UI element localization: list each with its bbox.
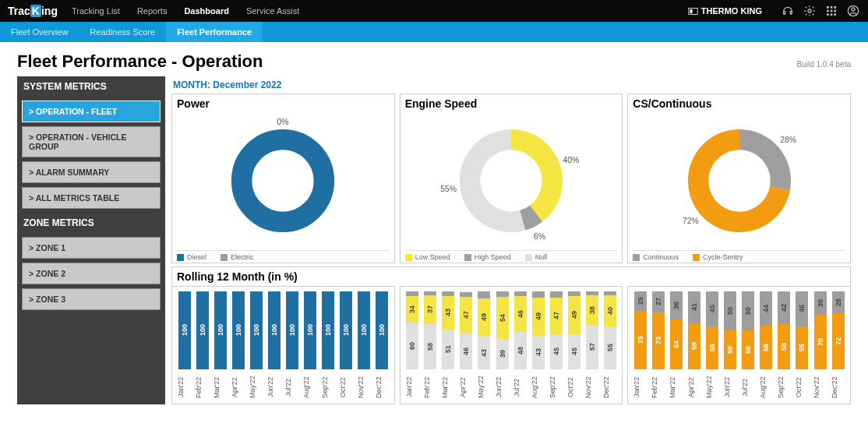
svg-rect-8 (834, 10, 836, 12)
user-icon[interactable] (846, 4, 860, 18)
donut-card-0: Power0%DieselElectric (171, 94, 395, 263)
bar-segment: 72 (832, 313, 845, 369)
svg-text:0%: 0% (277, 118, 289, 126)
sidebar-system-item-1[interactable]: > OPERATION - VEHICLE GROUP (22, 126, 161, 157)
x-label: Feb'22 (423, 372, 438, 402)
bar-segment: 46 (460, 333, 472, 369)
bar-segment: 46 (514, 296, 527, 332)
sidebar-zone-item-2[interactable]: > ZONE 3 (22, 288, 161, 310)
bar-segment (478, 291, 490, 298)
topnav-item-dashboard[interactable]: Dashboard (184, 6, 228, 16)
sidebar-zone-item-0[interactable]: > ZONE 1 (22, 237, 161, 259)
svg-rect-1 (690, 9, 692, 13)
month-label: MONTH: December 2022 (171, 76, 851, 94)
svg-rect-9 (827, 13, 829, 16)
app-logo: TracKing (8, 5, 58, 17)
bar-stack: 100 (358, 291, 370, 369)
bar-segment: 36 (670, 291, 683, 319)
x-label: Apr'22 (459, 372, 474, 402)
x-label: Jan'22 (177, 372, 192, 402)
bar-stack: 4258 (778, 291, 790, 369)
legend-item: Continuous (633, 253, 679, 261)
svg-rect-7 (831, 10, 833, 12)
svg-rect-11 (834, 13, 836, 16)
subnav-item-fleet-overview[interactable]: Fleet Overview (0, 22, 79, 42)
legend-item: Diesel (177, 253, 206, 261)
x-label: Apr'22 (231, 372, 245, 402)
bar-group: 2575277336644159455550505050445642584555… (631, 291, 847, 369)
svg-rect-5 (834, 6, 836, 9)
bar-stack: 4745 (550, 291, 563, 369)
bar-segment: 39 (496, 339, 509, 369)
bar-stack: 4159 (688, 291, 700, 369)
topnav-item-reports[interactable]: Reports (137, 6, 168, 16)
donut-chart: 40%6%55% (405, 111, 618, 250)
svg-rect-6 (827, 10, 829, 12)
bar-segment: 55 (796, 326, 808, 369)
bar-segment: 48 (514, 332, 527, 369)
bar-stack: 2872 (832, 291, 845, 369)
subnav-item-fleet-performance[interactable]: Fleet Performance (166, 22, 263, 42)
svg-text:55%: 55% (441, 185, 457, 193)
apps-icon[interactable] (824, 4, 838, 18)
x-label: May'22 (477, 372, 492, 402)
page-header: Fleet Performance - Operation Build 1.0.… (17, 51, 851, 72)
legend-item: High Speed (464, 253, 511, 261)
bar-segment: 55 (706, 326, 718, 369)
bar-segment: 50 (742, 330, 754, 369)
sidebar-zone-title: ZONE METRICS (17, 213, 165, 233)
x-label: Dec'22 (831, 372, 845, 402)
bar-segment: 27 (652, 291, 665, 312)
build-label: Build 1.0.4 beta (797, 60, 852, 69)
bar-stack: 4945 (568, 291, 580, 369)
bar-stack: 100 (214, 291, 227, 369)
x-label: Mar'22 (213, 372, 228, 402)
logo-text-b: K (30, 5, 41, 17)
bar-stack: 4648 (514, 291, 527, 369)
bar-segment: 43 (478, 336, 490, 369)
x-label: Sep'22 (321, 372, 336, 402)
bar-segment: 44 (760, 291, 772, 326)
logo-text-c: ing (41, 5, 58, 17)
bar-segment: 37 (424, 295, 436, 324)
bar-segment: 100 (232, 291, 245, 369)
x-label: Nov'22 (813, 372, 827, 402)
bar-segment: 100 (250, 291, 263, 369)
subnav-item-readiness-score[interactable]: Readiness Score (79, 22, 166, 42)
sidebar-zone-item-1[interactable]: > ZONE 2 (22, 263, 161, 284)
topnav-item-tracking-list[interactable]: Tracking List (72, 6, 120, 16)
x-label: Oct'22 (566, 372, 581, 402)
x-axis-labels: Jan'22Feb'22Mar'22Apr'22May'22Jun'22Jul'… (404, 369, 619, 404)
bar-stack: 5050 (742, 291, 754, 369)
bar-segment: 59 (688, 323, 700, 369)
chart-legend: DieselElectric (177, 250, 390, 261)
rolling-title: Rolling 12 Month (in %) (171, 266, 851, 286)
svg-text:40%: 40% (563, 156, 580, 164)
bar-stack: 5050 (724, 291, 736, 369)
topnav-item-service-assist[interactable]: Service Assist (246, 6, 299, 16)
sidebar-system-item-2[interactable]: > ALARM SUMMARY (22, 161, 161, 183)
donut-chart: 0% (177, 111, 390, 250)
x-label: Mar'22 (441, 372, 456, 402)
x-label: Jun'22 (723, 372, 738, 402)
gear-icon[interactable] (803, 4, 817, 18)
bar-segment: 25 (634, 291, 647, 311)
x-label: Jul'22 (741, 372, 756, 402)
x-label: Mar'22 (669, 372, 683, 402)
bar-stack: 100 (376, 291, 388, 369)
svg-rect-4 (831, 6, 833, 9)
sidebar-system-item-3[interactable]: > ALL METRICS TABLE (22, 187, 161, 209)
x-label: Feb'22 (651, 372, 665, 402)
support-icon[interactable] (781, 4, 795, 18)
donut-card-2: CS/Continuous28%72%ContinuousCycle-Sentr… (627, 94, 851, 263)
bar-segment: 49 (568, 296, 580, 334)
x-label: Jan'22 (633, 372, 647, 402)
sidebar-system-item-0[interactable]: > OPERATION - FLEET (22, 101, 161, 122)
bar-stack: 100 (268, 291, 281, 369)
brand-text: THERMO KING (701, 6, 762, 16)
x-label: Aug'22 (531, 372, 545, 402)
donut-row: Power0%DieselElectricEngine Speed40%6%55… (171, 94, 851, 263)
x-label: Jun'22 (495, 372, 510, 402)
bar-stack: 100 (196, 291, 209, 369)
bar-segment: 70 (814, 315, 827, 369)
